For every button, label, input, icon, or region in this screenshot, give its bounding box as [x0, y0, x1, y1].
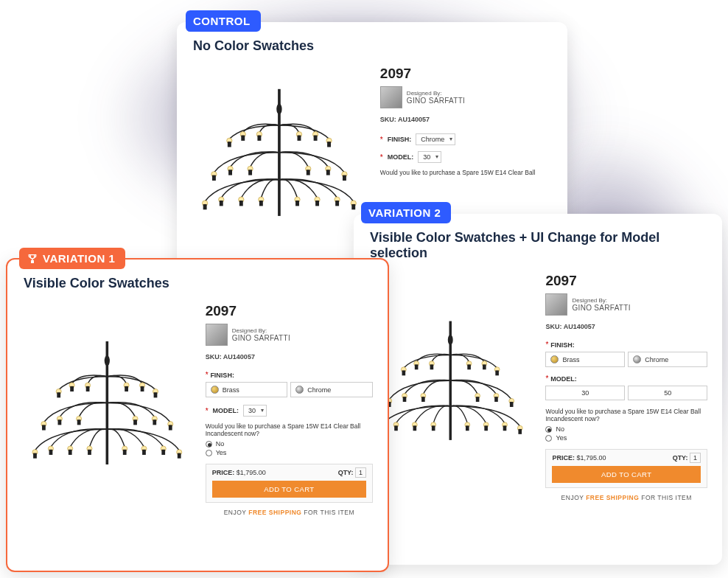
- model-button-30[interactable]: 30: [545, 386, 625, 400]
- ship-mid: FREE SHIPPING: [586, 494, 639, 501]
- radio-yes[interactable]: Yes: [545, 434, 707, 442]
- qty-select[interactable]: 1: [690, 453, 701, 463]
- required-star: *: [206, 407, 209, 415]
- sku-value: AU140057: [223, 353, 255, 361]
- ship-prefix: ENJOY: [561, 494, 584, 501]
- required-star: *: [380, 153, 383, 161]
- product-image-control: [189, 61, 370, 253]
- ship-mid: FREE SHIPPING: [248, 509, 301, 516]
- brass-icon: [211, 386, 219, 394]
- required-star: *: [545, 375, 548, 383]
- designer-label: Designed By:: [232, 327, 290, 334]
- model-select[interactable]: 30: [418, 151, 441, 163]
- model-button-50[interactable]: 50: [628, 386, 707, 400]
- swatch-chrome-label: Chrome: [645, 356, 668, 363]
- product-title: 2097: [380, 66, 553, 82]
- spare-question: Would you like to purchase a Spare 15W E…: [206, 422, 373, 437]
- ship-suffix: FOR THIS ITEM: [641, 494, 692, 501]
- tag-v1-label: VARIATION 1: [43, 252, 115, 265]
- finish-select[interactable]: Chrome: [416, 133, 455, 145]
- swatch-chrome[interactable]: Chrome: [628, 352, 707, 367]
- radio-no-label: No: [216, 440, 225, 448]
- shipping-note: ENJOY FREE SHIPPING FOR THIS ITEM: [545, 494, 707, 501]
- price-box: PRICE: $1,795.00 QTY: 1 ADD TO CART: [545, 449, 707, 488]
- model-select[interactable]: 30: [243, 405, 267, 417]
- sku-row: SKU: AU140057: [380, 116, 553, 123]
- sku-label: SKU:: [206, 353, 222, 361]
- radio-no-label: No: [556, 425, 564, 433]
- sku-label: SKU:: [545, 323, 561, 330]
- qty-label: QTY:: [338, 469, 354, 476]
- sku-value: AU140057: [398, 116, 430, 123]
- sku-value: AU140057: [564, 323, 595, 330]
- spare-question: Would you like to purchase a Spare 15W E…: [545, 408, 707, 422]
- designer-name: GINO SARFATTI: [232, 334, 290, 342]
- qty-label: QTY:: [673, 454, 688, 462]
- swatch-chrome-label: Chrome: [307, 386, 331, 394]
- chrome-icon: [295, 386, 304, 394]
- finish-label: FINISH:: [210, 372, 234, 379]
- tag-variation-1: VARIATION 1: [19, 248, 125, 269]
- sku-row: SKU: AU140057: [545, 323, 707, 330]
- swatch-brass-label: Brass: [223, 386, 239, 394]
- product-image-v2: [365, 268, 535, 501]
- swatch-brass-label: Brass: [562, 356, 579, 363]
- product-image-v1: [19, 299, 195, 516]
- product-title: 2097: [206, 303, 373, 319]
- required-star: *: [545, 341, 548, 349]
- model-label: MODEL:: [213, 407, 239, 414]
- price-value: $1,795.00: [577, 454, 606, 462]
- radio-yes-label: Yes: [216, 449, 227, 456]
- product-title: 2097: [545, 273, 707, 289]
- designer-label: Designed By:: [407, 90, 465, 97]
- price-label: PRICE:: [552, 454, 575, 462]
- sku-row: SKU: AU140057: [206, 353, 373, 361]
- model-label: MODEL:: [388, 153, 414, 161]
- swatch-brass[interactable]: Brass: [545, 352, 625, 367]
- radio-no[interactable]: No: [206, 440, 373, 448]
- add-to-cart-button[interactable]: ADD TO CART: [212, 481, 366, 498]
- required-star: *: [380, 136, 383, 144]
- designer-name: GINO SARFATTI: [572, 304, 630, 312]
- trophy-icon: [27, 253, 38, 265]
- designer-avatar: [206, 324, 228, 346]
- designer-label: Designed By:: [572, 297, 630, 304]
- tag-v2-label: VARIATION 2: [368, 206, 441, 219]
- radio-yes[interactable]: Yes: [206, 449, 373, 456]
- finish-label: FINISH:: [550, 341, 575, 349]
- shipping-note: ENJOY FREE SHIPPING FOR THIS ITEM: [206, 509, 373, 516]
- tag-control: CONTROL: [186, 10, 261, 32]
- designer-name: GINO SARFATTI: [407, 97, 465, 105]
- card-variation-1: VARIATION 1 Visible Color Swatches 2097 …: [6, 258, 389, 572]
- swatch-chrome[interactable]: Chrome: [290, 382, 373, 397]
- sku-label: SKU:: [380, 116, 396, 123]
- add-to-cart-button[interactable]: ADD TO CART: [552, 466, 701, 483]
- ship-suffix: FOR THIS ITEM: [304, 509, 354, 516]
- tag-variation-2: VARIATION 2: [361, 202, 451, 223]
- designer-avatar: [380, 86, 402, 108]
- brass-icon: [550, 355, 559, 363]
- radio-no[interactable]: No: [545, 425, 707, 433]
- designer-avatar: [545, 293, 567, 316]
- finish-label: FINISH:: [388, 136, 412, 143]
- tag-control-label: CONTROL: [193, 15, 251, 27]
- price-value: $1,795.00: [237, 469, 266, 476]
- ship-prefix: ENJOY: [224, 509, 247, 516]
- price-label: PRICE:: [212, 469, 235, 476]
- model-label: MODEL:: [550, 375, 577, 383]
- card-variation-2: VARIATION 2 Visible Color Swatches + UI …: [354, 214, 722, 565]
- spare-question: Would you like to purchase a Spare 15W E…: [380, 169, 553, 176]
- qty-select[interactable]: 1: [355, 467, 366, 478]
- radio-yes-label: Yes: [556, 434, 567, 442]
- required-star: *: [206, 371, 209, 379]
- swatch-brass[interactable]: Brass: [206, 382, 288, 397]
- chrome-icon: [633, 355, 641, 363]
- price-box: PRICE: $1,795.00 QTY: 1 ADD TO CART: [206, 464, 373, 503]
